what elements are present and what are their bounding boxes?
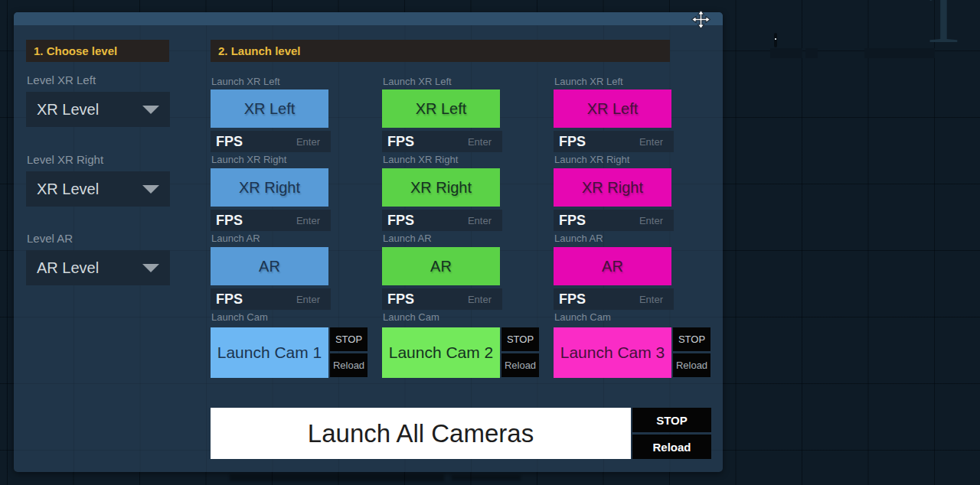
fps-input[interactable] [243,294,320,305]
dropdown-value: AR Level [37,259,142,277]
launch-ar-label: Launch AR [383,233,432,244]
launch-xr-left-label: Launch XR Left [554,76,623,87]
background-grid-numeral: 1 [908,0,977,50]
fps-label: FPS [559,291,586,308]
level-xr-left-label: Level XR Left [27,74,96,86]
fps-input[interactable] [414,215,492,226]
launch-xr-right-label: Launch XR Right [554,155,629,165]
launch-xr-right-label: Launch XR Right [383,155,458,165]
fps-label: FPS [387,213,414,229]
xr-right-button[interactable]: XR Right [211,168,328,207]
launch-xr-right-label: Launch XR Right [211,155,286,165]
fps-input[interactable] [586,215,663,226]
level-xr-right-dropdown[interactable]: XR Level [26,171,170,207]
background-node [805,48,818,58]
reload-button[interactable]: Reload [501,353,539,377]
fps-field-row: FPS [211,210,331,231]
text-cursor-artifact [774,33,777,47]
background-artifact [452,475,521,480]
fps-label: FPS [559,134,586,150]
background-artifact [230,474,444,481]
fps-input[interactable] [243,136,320,148]
stop-button[interactable]: STOP [501,327,539,351]
ar-button[interactable]: AR [211,247,328,285]
window-titlebar[interactable] [14,12,723,25]
fps-field-row: FPS [554,210,674,231]
stop-button[interactable]: STOP [330,327,368,351]
launch-cam-label: Launch Cam [211,312,268,323]
fps-input[interactable] [243,215,320,226]
fps-field-row: FPS [554,288,674,310]
launch-level-header: 2. Launch level [211,40,670,62]
reload-button[interactable]: Reload [330,353,368,377]
fps-label: FPS [216,134,243,150]
move-cursor-icon [691,10,710,29]
launch-cam-label: Launch Cam [383,312,439,323]
dropdown-value: XR Level [37,101,142,119]
fps-input[interactable] [586,294,663,305]
level-ar-dropdown[interactable]: AR Level [26,250,170,285]
dropdown-value: XR Level [37,181,142,198]
launch-ar-label: Launch AR [554,233,603,244]
fps-input[interactable] [586,136,663,148]
reload-all-button[interactable]: Reload [632,435,711,459]
level-ar-label: Level AR [27,233,73,245]
launch-ar-label: Launch AR [211,233,260,244]
launch-cam-label: Launch Cam [554,312,611,323]
fps-field-row: FPS [382,288,502,310]
launch-cam-2-button[interactable]: Launch Cam 2 [382,327,500,378]
launch-column-2: Launch XR Left XR Left FPS Launch XR Rig… [382,76,539,390]
xr-left-button[interactable]: XR Left [211,90,328,128]
fps-field-row: FPS [211,288,331,310]
stop-button[interactable]: STOP [673,327,710,351]
background-node [770,48,802,58]
launch-column-1: Launch XR Left XR Left FPS Launch XR Rig… [211,76,368,390]
fps-field-row: FPS [211,131,331,152]
level-xr-right-label: Level XR Right [27,154,103,166]
xr-left-button[interactable]: XR Left [382,90,500,128]
fps-label: FPS [216,291,243,308]
xr-left-button[interactable]: XR Left [554,90,671,128]
launch-cam-3-button[interactable]: Launch Cam 3 [554,327,671,378]
level-xr-left-dropdown[interactable]: XR Level [26,92,170,127]
launch-cam-1-button[interactable]: Launch Cam 1 [211,327,328,378]
fps-label: FPS [216,213,243,229]
choose-level-header: 1. Choose level [26,40,169,62]
launcher-window: 1. Choose level Level XR Left XR Level L… [14,12,723,472]
fps-label: FPS [387,134,414,150]
chevron-down-icon [142,185,159,194]
launch-xr-left-label: Launch XR Left [211,76,280,87]
ar-button[interactable]: AR [382,247,500,285]
xr-right-button[interactable]: XR Right [554,168,671,207]
ar-button[interactable]: AR [554,247,671,285]
fps-field-row: FPS [554,131,674,152]
reload-button[interactable]: Reload [673,353,710,377]
launch-all-cameras-button[interactable]: Launch All Cameras [211,408,631,459]
chevron-down-icon [142,264,159,272]
background-node [864,48,935,58]
fps-field-row: FPS [382,210,502,231]
launch-xr-left-label: Launch XR Left [383,76,452,87]
stop-all-button[interactable]: STOP [632,408,711,432]
xr-right-button[interactable]: XR Right [382,168,500,207]
fps-field-row: FPS [382,131,502,152]
fps-input[interactable] [414,136,492,148]
launch-column-3: Launch XR Left XR Left FPS Launch XR Rig… [554,76,710,390]
chevron-down-icon [142,106,159,114]
fps-input[interactable] [414,294,492,305]
fps-label: FPS [559,213,586,229]
fps-label: FPS [387,291,414,308]
